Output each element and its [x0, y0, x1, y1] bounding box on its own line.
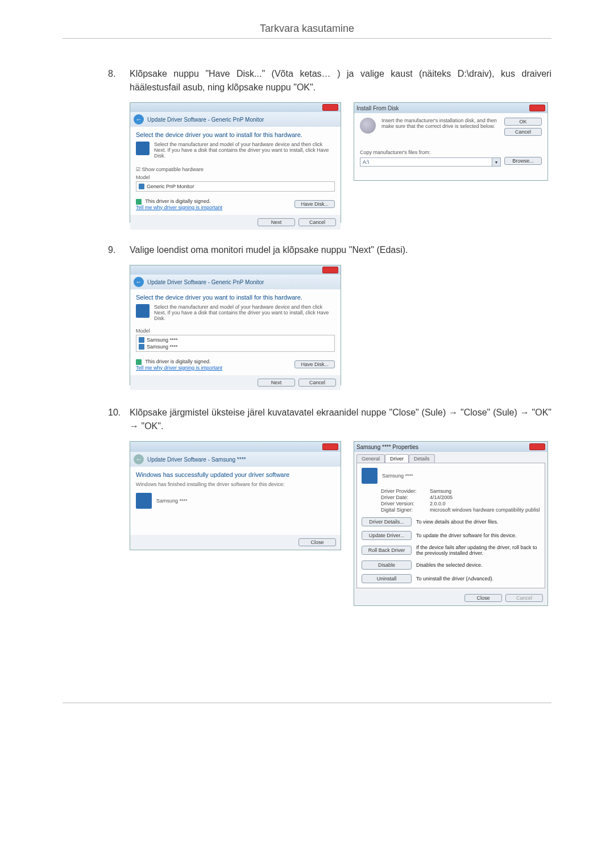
step-9: 9. Valige loendist oma monitori mudel ja…	[108, 243, 551, 257]
tab-panel: Samsung **** Driver Provider:Samsung Dri…	[356, 463, 545, 588]
provider-key: Driver Provider:	[381, 488, 430, 494]
back-icon[interactable]: ←	[134, 114, 144, 124]
ok-button[interactable]: OK	[504, 118, 542, 126]
titlebar: Samsung **** Properties	[354, 442, 547, 452]
cancel-button[interactable]: Cancel	[504, 128, 542, 136]
breadcrumb-text: Update Driver Software - Generic PnP Mon…	[147, 117, 264, 123]
device-row: Samsung ****	[362, 468, 540, 484]
model-list[interactable]: Samsung **** Samsung ****	[136, 335, 335, 352]
shield-icon	[136, 359, 142, 365]
signature-info: This driver is digitally signed. Tell me…	[136, 198, 222, 210]
step-number: 10.	[108, 406, 130, 433]
rollback-button[interactable]: Roll Back Driver	[362, 546, 412, 555]
close-icon[interactable]	[322, 267, 338, 273]
breadcrumb: ← Update Driver Software - Generic PnP M…	[130, 275, 341, 289]
version-value: 2.0.0.0	[430, 501, 446, 506]
titlebar	[130, 103, 341, 112]
date-key: Driver Date:	[381, 495, 430, 500]
done-sub: Windows has finished installing the driv…	[136, 481, 335, 487]
signer-key: Digital Signer:	[381, 507, 430, 513]
step-text: Klõpsake nuppu "Have Disk..." (Võta keta…	[130, 67, 551, 94]
disable-button[interactable]: Disable	[362, 560, 412, 570]
tab-details[interactable]: Details	[409, 454, 435, 463]
update-driver-dialog: ← Update Driver Software - Generic PnP M…	[130, 102, 341, 223]
device-name: Samsung ****	[156, 498, 188, 504]
signature-info: This driver is digitally signed. Tell me…	[136, 359, 222, 371]
close-icon[interactable]	[322, 104, 338, 111]
step-8: 8. Klõpsake nuppu "Have Disk..." (Võta k…	[108, 67, 551, 94]
update-done-dialog: ← Update Driver Software - Samsung **** …	[130, 441, 341, 550]
tab-general[interactable]: General	[356, 454, 385, 463]
have-disk-button[interactable]: Have Disk...	[294, 360, 335, 368]
titlebar	[130, 442, 341, 452]
device-row: Samsung ****	[136, 493, 335, 509]
model-item-label: Samsung ****	[147, 344, 178, 350]
update-driver-dialog-2: ← Update Driver Software - Generic PnP M…	[130, 265, 341, 385]
next-button[interactable]: Next	[258, 218, 295, 226]
titlebar: Install From Disk	[354, 103, 547, 113]
list-item[interactable]: Samsung ****	[139, 343, 332, 350]
date-value: 4/14/2005	[430, 495, 453, 500]
shield-icon	[136, 199, 142, 205]
window-title: Samsung **** Properties	[356, 444, 418, 450]
have-disk-button[interactable]: Have Disk...	[294, 200, 335, 208]
signing-link[interactable]: Tell me why driver signing is important	[136, 365, 222, 371]
signed-text: This driver is digitally signed.	[145, 198, 210, 204]
cancel-button[interactable]: Cancel	[298, 218, 336, 226]
list-item[interactable]: Samsung ****	[139, 337, 332, 343]
tab-bar: General Driver Details	[354, 452, 547, 463]
footer-divider	[63, 703, 551, 703]
list-item[interactable]: Generic PnP Monitor	[139, 183, 332, 190]
model-list[interactable]: Generic PnP Monitor	[136, 181, 335, 192]
monitor-icon	[139, 337, 144, 343]
monitor-icon	[362, 468, 377, 484]
titlebar	[130, 265, 341, 275]
version-key: Driver Version:	[381, 501, 430, 506]
tab-driver[interactable]: Driver	[385, 454, 409, 463]
show-compatible-checkbox[interactable]: ☑ Show compatible hardware	[136, 167, 335, 172]
model-item-label: Samsung ****	[147, 337, 178, 343]
install-from-disk-dialog: Install From Disk Insert the manufacture…	[354, 102, 548, 181]
back-icon[interactable]: ←	[134, 277, 144, 287]
close-icon[interactable]	[529, 105, 545, 111]
update-driver-desc: To update the driver software for this d…	[416, 533, 517, 538]
dialog-heading: Select the device driver you want to ins…	[136, 131, 335, 138]
model-item-label: Generic PnP Monitor	[147, 184, 194, 189]
dialog-heading: Select the device driver you want to ins…	[136, 294, 335, 301]
close-icon[interactable]	[529, 443, 545, 450]
breadcrumb-text: Update Driver Software - Generic PnP Mon…	[147, 279, 264, 285]
path-combobox[interactable]: A:\	[360, 157, 492, 167]
driver-details-button[interactable]: Driver Details...	[362, 517, 412, 526]
properties-dialog: Samsung **** Properties General Driver D…	[354, 441, 548, 606]
uninstall-desc: To uninstall the driver (Advanced).	[416, 576, 493, 582]
back-icon: ←	[134, 454, 144, 464]
cancel-button[interactable]: Cancel	[298, 379, 336, 387]
show-compatible-label: Show compatible hardware	[142, 167, 204, 172]
next-button[interactable]: Next	[258, 379, 295, 387]
divider	[63, 38, 551, 39]
rollback-desc: If the device fails after updating the d…	[416, 545, 540, 556]
browse-button[interactable]: Browse...	[504, 157, 542, 165]
breadcrumb-text: Update Driver Software - Samsung ****	[147, 456, 246, 463]
chevron-down-icon[interactable]: ▾	[492, 157, 501, 167]
monitor-icon	[139, 184, 144, 189]
signing-link[interactable]: Tell me why driver signing is important	[136, 205, 222, 210]
step-text: Valige loendist oma monitori mudel ja kl…	[130, 243, 551, 257]
signer-value: microsoft windows hardware compatibility…	[430, 507, 540, 513]
uninstall-button[interactable]: Uninstall	[362, 574, 412, 583]
close-button[interactable]: Close	[298, 538, 336, 546]
device-icon	[136, 142, 150, 155]
close-icon[interactable]	[322, 443, 338, 450]
breadcrumb: ← Update Driver Software - Samsung ****	[130, 452, 341, 467]
step-text: Klõpsake järgmistel üksteise järel kuvat…	[130, 406, 551, 433]
cancel-button: Cancel	[505, 594, 543, 602]
window-title: Install From Disk	[356, 105, 399, 111]
copy-from-label: Copy manufacturer's files from:	[360, 149, 542, 155]
step-number: 8.	[108, 67, 130, 94]
step-number: 9.	[108, 243, 130, 257]
signed-text: This driver is digitally signed.	[145, 359, 210, 364]
close-button[interactable]: Close	[464, 594, 502, 602]
update-driver-button[interactable]: Update Driver...	[362, 531, 412, 540]
device-icon	[136, 304, 150, 318]
hint-text: Select the manufacturer and model of you…	[154, 142, 335, 159]
